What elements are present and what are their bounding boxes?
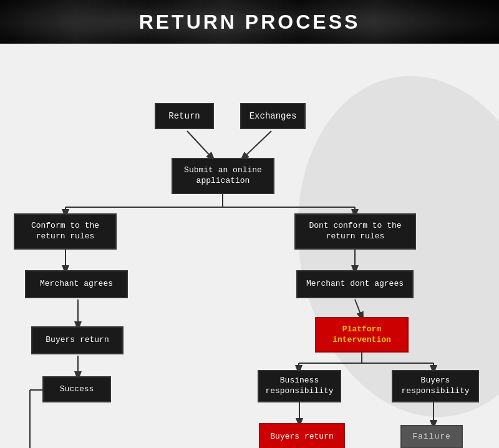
buyers-resp-box: Buyers responsibility [392,370,479,402]
merchant-agrees-box: Merchant agrees [25,270,128,298]
notconform-box: Dont conform to the return rules [294,213,416,250]
platform-box: Platform intervention [315,317,409,353]
svg-line-1 [187,131,212,158]
svg-line-2 [243,131,271,158]
main-content: Return Exchanges Submit an online applic… [0,44,499,448]
failure-box: Failure [400,425,463,448]
buyers-return-left-box: Buyers return [31,326,124,354]
exchanges-box: Exchanges [240,103,306,129]
page-title: RETURN PROCESS [139,11,361,34]
merchant-dont-box: Merchant dont agrees [296,270,414,298]
header: RETURN PROCESS [0,0,499,44]
success-box: Success [42,376,111,402]
return-box: Return [155,103,214,129]
conform-box: Conform to the return rules [14,213,117,250]
buyers-return-right-box: Buyers return [259,423,345,448]
submit-box: Submit an online application [172,158,274,194]
svg-line-10 [355,299,362,317]
business-resp-box: Business responsibility [258,370,341,402]
